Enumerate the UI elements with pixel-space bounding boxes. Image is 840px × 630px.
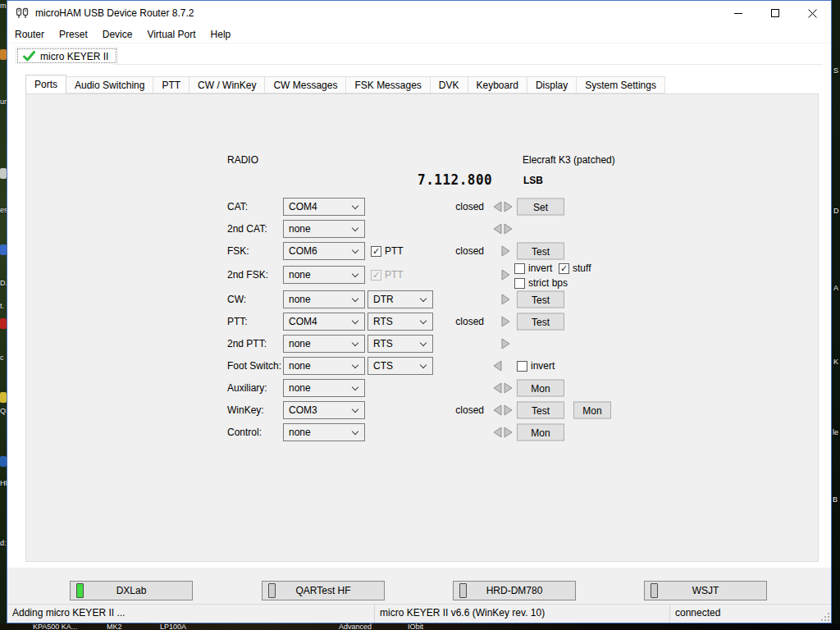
cw-test-button[interactable]: Test: [517, 291, 564, 308]
menu-preset[interactable]: Preset: [52, 25, 95, 43]
preset-label: HRD-DM780: [486, 585, 543, 596]
fsk-invert-checkbox[interactable]: [514, 263, 525, 274]
desktop-label-fragment: HF: [0, 480, 7, 487]
fsk-stuff-checkbox[interactable]: ✓: [559, 263, 569, 274]
second-ptt-port-select[interactable]: none: [283, 335, 365, 353]
window-title: microHAM USB Device Router 8.7.2: [35, 1, 194, 25]
selected-port: none: [289, 427, 311, 438]
control-port-select[interactable]: none: [283, 423, 365, 441]
selected-port: COM3: [289, 404, 317, 416]
desktop-icon-fragment: [0, 49, 7, 60]
preset-button-dxlab[interactable]: DXLab: [70, 581, 193, 600]
fsk-port-select[interactable]: COM6: [283, 242, 365, 260]
selected-port: COM4: [289, 201, 317, 212]
close-button[interactable]: [794, 1, 831, 25]
tab-ptt[interactable]: PTT: [153, 76, 189, 94]
fsk-test-button[interactable]: Test: [517, 243, 564, 260]
desktop-label-fragment: D.: [0, 280, 7, 287]
cat-port-select[interactable]: COM4: [283, 198, 365, 216]
selected-port: none: [289, 294, 311, 305]
selected-port: COM4: [289, 316, 317, 327]
fsk-strict-bps-checkbox[interactable]: [514, 278, 525, 289]
chevron-down-icon: [352, 384, 358, 390]
tab-cw-messages[interactable]: CW Messages: [265, 76, 346, 94]
foot-switch-line-select[interactable]: CTS: [368, 357, 433, 375]
tab-keyboard[interactable]: Keyboard: [468, 76, 527, 94]
chevron-down-icon: [352, 428, 358, 435]
desktop-left-edge: m ur es D. t. c QS HF d:: [0, 0, 7, 630]
winkey-port-select[interactable]: COM3: [283, 401, 365, 419]
preset-button-qartest-hf[interactable]: QARTest HF: [262, 581, 385, 600]
rx-led-icon: [493, 201, 502, 212]
rx-led-icon: [493, 427, 502, 438]
tab-fsk-messages[interactable]: FSK Messages: [346, 76, 430, 94]
app-window: microHAM USB Device Router 8.7.2 Router …: [7, 0, 832, 623]
winkey-test-button[interactable]: Test: [517, 402, 564, 419]
tab-ports[interactable]: Ports: [25, 75, 66, 94]
control-mon-button[interactable]: Mon: [517, 424, 564, 441]
foot-switch-invert-checkbox[interactable]: [517, 361, 527, 372]
tab-display[interactable]: Display: [527, 76, 577, 94]
fsk-ptt-checkbox-group: ✓ PTT: [371, 245, 404, 257]
port-row-fsk: FSK: COM6 ✓ PTT closed Test: [26, 241, 818, 261]
desktop-label-fragment: IObit: [408, 623, 423, 630]
ptt-test-button[interactable]: Test: [517, 313, 564, 331]
desktop-icon-fragment: [0, 244, 7, 255]
port-row-cat: CAT: COM4 closed Set: [26, 197, 818, 217]
menubar: Router Preset Device Virtual Port Help: [7, 25, 831, 43]
tab-audio-switching[interactable]: Audio Switching: [66, 76, 153, 94]
foot-switch-port-select[interactable]: none: [283, 357, 365, 375]
selected-line: RTS: [373, 338, 393, 349]
fsk-ptt-checkbox[interactable]: ✓: [371, 246, 381, 257]
device-tab-micro-keyer-ii[interactable]: micro KEYER II: [16, 47, 118, 65]
port-row-auxiliary: Auxiliary: none Mon: [26, 378, 818, 398]
second-ptt-line-select[interactable]: RTS: [368, 335, 433, 353]
close-icon: [808, 9, 817, 18]
minimize-button[interactable]: [720, 1, 757, 25]
desktop-label-fragment: m: [0, 2, 7, 10]
selected-port: COM6: [289, 245, 317, 257]
auxiliary-mon-button[interactable]: Mon: [517, 380, 564, 397]
ptt-line-select[interactable]: RTS: [368, 313, 433, 331]
status-device-info: micro KEYER II v6.6 (WinKey rev. 10): [375, 605, 670, 623]
port-status: closed: [428, 201, 484, 212]
maximize-button[interactable]: [757, 1, 794, 25]
row-label: PTT:: [227, 316, 248, 327]
desktop-label-fragment: A: [833, 285, 838, 292]
device-page-border: [113, 64, 823, 65]
preset-button-hrd-dm780[interactable]: HRD-DM780: [453, 581, 576, 600]
menu-virtual-port[interactable]: Virtual Port: [139, 25, 203, 43]
winkey-mon-button[interactable]: Mon: [573, 402, 611, 419]
desktop-label-fragment: es: [0, 207, 7, 214]
app-icon: [16, 7, 29, 20]
tab-cw-winkey[interactable]: CW / WinKey: [189, 76, 265, 94]
selected-port: none: [289, 382, 311, 394]
set-button[interactable]: Set: [517, 199, 564, 216]
preset-button-wsjt[interactable]: WSJT: [644, 581, 767, 600]
cw-line-select[interactable]: DTR: [368, 290, 433, 308]
ptt-port-select[interactable]: COM4: [283, 313, 365, 331]
menu-device[interactable]: Device: [95, 25, 140, 43]
tab-dvk[interactable]: DVK: [431, 76, 468, 94]
desktop-label-fragment: le: [833, 429, 838, 436]
chevron-down-icon: [352, 203, 358, 209]
rx-led-icon: [493, 360, 502, 372]
tab-system-settings[interactable]: System Settings: [577, 76, 665, 94]
second-fsk-port-select[interactable]: none: [283, 266, 365, 284]
desktop-label-fragment: MK2: [107, 623, 122, 630]
second-cat-port-select[interactable]: none: [283, 220, 365, 238]
cw-port-select[interactable]: none: [283, 290, 365, 308]
desktop-icon-fragment: [0, 168, 7, 179]
chevron-down-icon: [352, 271, 358, 277]
chevron-down-icon: [352, 317, 358, 324]
menu-router[interactable]: Router: [7, 25, 52, 43]
device-tab-label: micro KEYER II: [40, 51, 108, 62]
status-connection: connected: [670, 605, 831, 623]
row-label: Control:: [227, 427, 262, 438]
auxiliary-port-select[interactable]: none: [283, 379, 365, 397]
chevron-down-icon: [352, 340, 358, 346]
preset-led: [76, 583, 84, 598]
menu-help[interactable]: Help: [203, 25, 239, 43]
preset-led: [651, 583, 658, 598]
resize-grip[interactable]: [820, 612, 830, 622]
